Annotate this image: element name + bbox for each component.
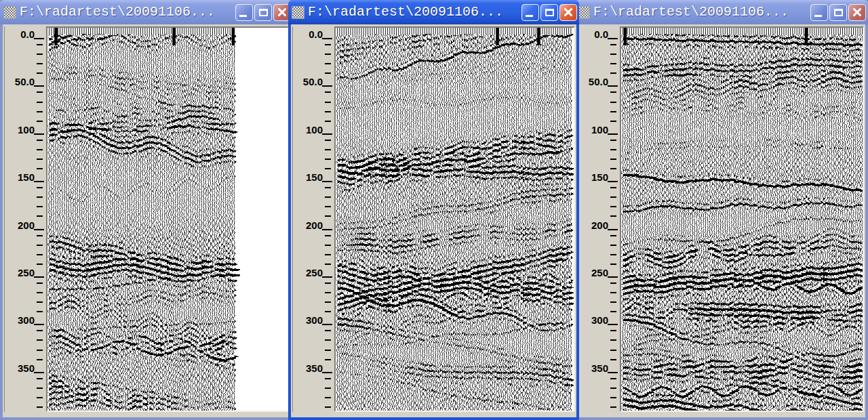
axis-major-tick [34, 324, 44, 325]
axis-minor-tick [37, 63, 43, 64]
radargram-canvas[interactable] [47, 28, 288, 411]
window-controls [521, 4, 577, 21]
radargram-canvas[interactable] [621, 28, 863, 411]
window-title: F:\radartest\20091106... [308, 0, 518, 24]
window-left: F:\radartest\20091106... 0.050.010015020… [0, 0, 293, 420]
axis-minor-tick [37, 350, 43, 351]
axis-tick-label: 200 [306, 220, 323, 230]
axis-minor-tick [610, 330, 616, 331]
axis-major-tick [608, 372, 618, 373]
axis-minor-tick [325, 206, 331, 207]
minimize-icon [239, 15, 247, 17]
axis-minor-tick [610, 254, 616, 255]
window-right: F:\radartest\20091106... 0.050.010015020… [574, 0, 868, 420]
axis-tick-label: 50.0 [589, 77, 608, 87]
window-title: F:\radartest\20091106... [593, 0, 807, 24]
axis-minor-tick [610, 406, 616, 408]
axis-minor-tick [37, 140, 43, 141]
axis-minor-tick [325, 387, 331, 389]
axis-minor-tick [37, 245, 43, 246]
axis-major-tick [34, 38, 44, 39]
window-body: 0.050.0100150200250300350 [288, 24, 579, 420]
axis-minor-tick [610, 187, 616, 188]
window-controls [810, 4, 866, 21]
minimize-button[interactable] [235, 4, 253, 21]
maximize-button[interactable] [540, 4, 558, 21]
axis-tick-label: 50.0 [303, 77, 323, 87]
axis-tick-label: 150 [306, 172, 323, 182]
close-button[interactable] [848, 4, 866, 21]
axis-tick-label: 50.0 [15, 77, 35, 87]
axis-major-tick [322, 85, 332, 87]
axis-minor-tick [610, 378, 616, 379]
axis-minor-tick [610, 282, 616, 284]
axis-minor-tick [37, 111, 43, 112]
axis-minor-tick [610, 311, 616, 312]
axis-major-tick [608, 276, 618, 278]
axis-minor-tick [610, 196, 616, 198]
axis-major-tick [34, 276, 44, 278]
axis-minor-tick [610, 63, 616, 64]
titlebar[interactable]: F:\radartest\20091106... [574, 0, 868, 24]
minimize-button[interactable] [521, 4, 539, 21]
depth-axis: 0.050.0100150200250300350 [578, 26, 620, 412]
axis-tick-label: 100 [306, 125, 323, 135]
axis-minor-tick [325, 215, 331, 217]
axis-minor-tick [325, 311, 331, 312]
app-icon[interactable] [292, 6, 304, 19]
axis-minor-tick [610, 264, 616, 265]
axis-minor-tick [610, 387, 616, 389]
axis-minor-tick [610, 111, 616, 112]
minimize-icon [814, 15, 822, 17]
axis-tick-label: 250 [306, 268, 323, 278]
close-button[interactable] [559, 4, 577, 21]
axis-tick-label: 0.0 [309, 29, 323, 39]
axis-minor-tick [37, 330, 43, 331]
axis-minor-tick [37, 149, 43, 150]
titlebar[interactable]: F:\radartest\20091106... [0, 0, 293, 24]
maximize-button[interactable] [829, 4, 847, 21]
axis-minor-tick [325, 111, 331, 112]
axis-minor-tick [325, 196, 331, 198]
axis-minor-tick [37, 235, 43, 236]
titlebar[interactable]: F:\radartest\20091106... [288, 0, 579, 24]
axis-minor-tick [610, 140, 616, 141]
axis-minor-tick [610, 168, 616, 169]
minimize-button[interactable] [810, 4, 828, 21]
axis-minor-tick [325, 44, 331, 45]
window-body: 0.050.0100150200250300350 [574, 24, 868, 420]
axis-minor-tick [325, 245, 331, 246]
axis-minor-tick [325, 282, 331, 284]
axis-minor-tick [37, 339, 43, 341]
maximize-icon [545, 9, 554, 16]
axis-minor-tick [325, 301, 331, 303]
maximize-button[interactable] [254, 4, 272, 21]
axis-minor-tick [610, 397, 616, 398]
axis-minor-tick [37, 301, 43, 303]
depth-axis: 0.050.0100150200250300350 [292, 26, 334, 412]
axis-minor-tick [610, 102, 616, 103]
window-controls [235, 4, 291, 21]
axis-major-tick [608, 181, 618, 182]
axis-minor-tick [37, 91, 43, 93]
axis-minor-tick [610, 301, 616, 303]
axis-minor-tick [325, 264, 331, 265]
radargram-plot[interactable] [620, 26, 864, 412]
axis-major-tick [608, 229, 618, 230]
axis-major-tick [34, 133, 44, 135]
app-icon[interactable] [3, 6, 16, 19]
axis-minor-tick [37, 254, 43, 255]
radargram-plot[interactable] [46, 26, 289, 412]
axis-minor-tick [37, 102, 43, 103]
axis-tick-label: 350 [18, 363, 35, 373]
radargram-plot[interactable] [334, 26, 575, 412]
axis-minor-tick [37, 72, 43, 74]
close-icon [852, 7, 862, 17]
axis-minor-tick [37, 264, 43, 265]
radargram-canvas[interactable] [336, 28, 574, 411]
axis-minor-tick [610, 206, 616, 207]
axis-tick-label: 350 [306, 363, 323, 373]
axis-tick-label: 200 [18, 220, 35, 230]
axis-minor-tick [37, 44, 43, 45]
axis-minor-tick [37, 54, 43, 55]
